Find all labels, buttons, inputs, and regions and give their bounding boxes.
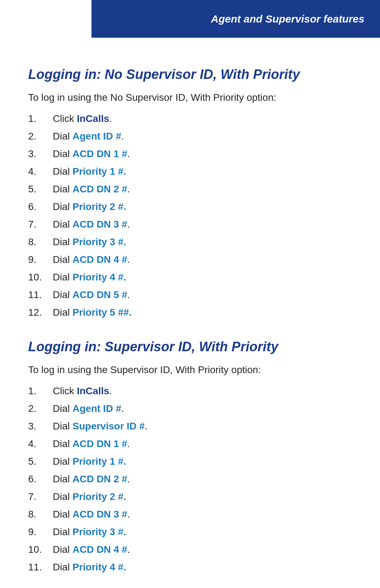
step-text: Dial Agent ID #. <box>53 403 124 414</box>
step-number: 7. <box>28 491 53 502</box>
highlight-acd-dn4-2: ACD DN 4 # <box>72 544 127 555</box>
step-text: Dial Priority 4 #. <box>53 562 126 573</box>
section2-heading: Logging in: Supervisor ID, With Priority <box>28 339 352 354</box>
step-number: 9. <box>28 254 53 265</box>
highlight-priority1-2: Priority 1 #. <box>72 456 126 467</box>
step-number: 3. <box>28 421 53 432</box>
highlight-incalls-1: InCalls <box>77 113 109 124</box>
step-text: Dial ACD DN 1 #. <box>53 148 130 160</box>
step-text: Dial Priority 1 #. <box>53 456 126 467</box>
main-content: Logging in: No Supervisor ID, With Prior… <box>0 0 380 588</box>
list-item: 5. Dial ACD DN 2 #. <box>28 184 352 195</box>
highlight-priority4-1: Priority 4 #. <box>72 272 126 283</box>
step-number: 3. <box>28 148 53 160</box>
step-number: 4. <box>28 166 53 177</box>
step-number: 5. <box>28 456 53 467</box>
step-number: 4. <box>28 438 53 450</box>
list-item: 5. Dial Priority 1 #. <box>28 456 352 467</box>
highlight-supervisor-id-2: Supervisor ID # <box>72 421 145 432</box>
highlight-acd-dn4-1: ACD DN 4 # <box>72 254 127 265</box>
highlight-acd-dn3-1: ACD DN 3 # <box>72 219 127 230</box>
highlight-priority5-1: Priority 5 ##. <box>72 307 132 318</box>
section1-steps: 1. Click InCalls. 2. Dial Agent ID #. 3.… <box>28 113 352 318</box>
highlight-acd-dn1-1: ACD DN 1 # <box>72 148 127 159</box>
list-item: 11. Dial ACD DN 5 #. <box>28 289 352 301</box>
list-item: 4. Dial Priority 1 #. <box>28 166 352 177</box>
list-item: 6. Dial Priority 2 #. <box>28 201 352 212</box>
list-item: 8. Dial ACD DN 3 #. <box>28 509 352 520</box>
step-text: Dial Supervisor ID #. <box>53 421 147 432</box>
list-item: 7. Dial Priority 2 #. <box>28 491 352 502</box>
step-text: Dial Priority 2 #. <box>53 491 126 502</box>
step-text: Dial Priority 5 ##. <box>53 307 132 318</box>
step-number: 6. <box>28 201 53 212</box>
step-text: Dial Priority 3 #. <box>53 526 126 538</box>
list-item: 11. Dial Priority 4 #. <box>28 562 352 573</box>
step-text: Dial Agent ID #. <box>53 131 124 142</box>
highlight-priority4-2: Priority 4 #. <box>72 562 126 572</box>
step-text: Dial Priority 4 #. <box>53 272 126 283</box>
step-text: Click InCalls. <box>53 385 112 397</box>
highlight-priority2-2: Priority 2 #. <box>72 491 126 502</box>
list-item: 2. Dial Agent ID #. <box>28 403 352 414</box>
list-item: 3. Dial Supervisor ID #. <box>28 421 352 432</box>
step-number: 5. <box>28 184 53 195</box>
highlight-acd-dn1-2: ACD DN 1 # <box>72 438 127 449</box>
highlight-priority3-1: Priority 3 #. <box>72 236 126 247</box>
step-number: 8. <box>28 236 53 248</box>
section1-heading: Logging in: No Supervisor ID, With Prior… <box>28 67 352 82</box>
highlight-acd-dn5-1: ACD DN 5 # <box>72 289 127 300</box>
header-title: Agent and Supervisor features <box>211 13 365 25</box>
step-text: Dial Priority 2 #. <box>53 201 126 212</box>
list-item: 9. Dial Priority 3 #. <box>28 526 352 538</box>
highlight-agent-id-2: Agent ID # <box>72 403 121 414</box>
step-number: 9. <box>28 526 53 538</box>
step-text: Dial ACD DN 5 #. <box>53 289 130 301</box>
step-number: 12. <box>28 307 53 318</box>
list-item: 12. Dial Priority 5 ##. <box>28 307 352 318</box>
list-item: 4. Dial ACD DN 1 #. <box>28 438 352 450</box>
highlight-priority2-1: Priority 2 #. <box>72 201 126 212</box>
list-item: 10. Dial ACD DN 4 #. <box>28 544 352 555</box>
list-item: 1. Click InCalls. <box>28 385 352 397</box>
highlight-acd-dn3-2: ACD DN 3 # <box>72 509 127 520</box>
step-text: Dial ACD DN 1 #. <box>53 438 130 450</box>
highlight-incalls-2: InCalls <box>77 385 109 396</box>
step-text: Dial ACD DN 4 #. <box>53 544 130 555</box>
highlight-priority3-2: Priority 3 #. <box>72 526 126 537</box>
step-number: 8. <box>28 509 53 520</box>
step-number: 1. <box>28 385 53 397</box>
highlight-agent-id-1: Agent ID # <box>72 131 121 142</box>
list-item: 10. Dial Priority 4 #. <box>28 272 352 283</box>
step-number: 1. <box>28 113 53 124</box>
highlight-acd-dn2-1: ACD DN 2 # <box>72 184 127 194</box>
step-text: Dial Priority 3 #. <box>53 236 126 248</box>
step-number: 11. <box>28 289 53 301</box>
section2-intro: To log in using the Supervisor ID, With … <box>28 364 352 376</box>
section2-steps: 1. Click InCalls. 2. Dial Agent ID #. 3.… <box>28 385 352 573</box>
step-text: Dial ACD DN 4 #. <box>53 254 130 265</box>
section1-intro: To log in using the No Supervisor ID, Wi… <box>28 92 352 103</box>
step-number: 10. <box>28 272 53 283</box>
list-item: 7. Dial ACD DN 3 #. <box>28 219 352 230</box>
highlight-acd-dn2-2: ACD DN 2 # <box>72 474 127 484</box>
step-text: Dial ACD DN 3 #. <box>53 509 130 520</box>
step-number: 7. <box>28 219 53 230</box>
step-text: Dial ACD DN 2 #. <box>53 474 130 485</box>
list-item: 9. Dial ACD DN 4 #. <box>28 254 352 265</box>
header-bar: Agent and Supervisor features <box>91 0 380 38</box>
step-number: 11. <box>28 562 53 573</box>
list-item: 6. Dial ACD DN 2 #. <box>28 474 352 485</box>
step-text: Dial Priority 1 #. <box>53 166 126 177</box>
list-item: 3. Dial ACD DN 1 #. <box>28 148 352 160</box>
step-number: 2. <box>28 403 53 414</box>
step-number: 10. <box>28 544 53 555</box>
highlight-priority1-1: Priority 1 #. <box>72 166 126 177</box>
list-item: 8. Dial Priority 3 #. <box>28 236 352 248</box>
step-text: Click InCalls. <box>53 113 112 124</box>
step-number: 6. <box>28 474 53 485</box>
step-text: Dial ACD DN 3 #. <box>53 219 130 230</box>
step-text: Dial ACD DN 2 #. <box>53 184 130 195</box>
list-item: 2. Dial Agent ID #. <box>28 131 352 142</box>
step-number: 2. <box>28 131 53 142</box>
